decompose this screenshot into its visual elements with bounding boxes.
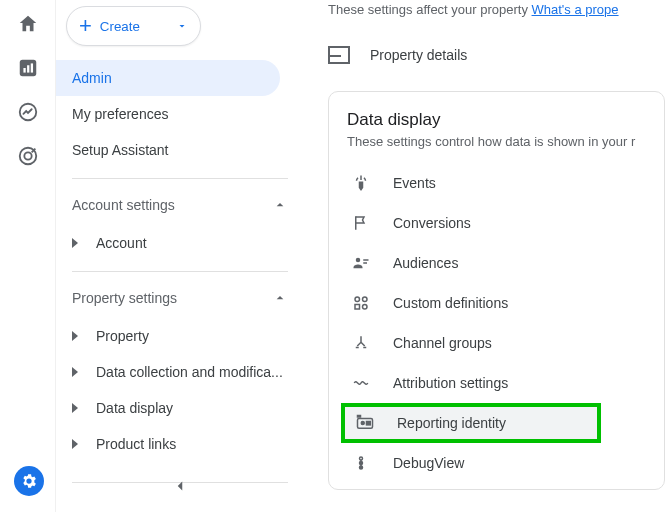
row-audiences-label: Audiences	[393, 255, 458, 271]
left-rail	[0, 0, 56, 512]
collapse-sidebar-button[interactable]	[171, 477, 189, 500]
tree-datacoll-label: Data collection and modifica...	[96, 364, 283, 380]
tree-item-account[interactable]: Account	[56, 225, 304, 261]
chevron-up-icon	[272, 197, 288, 213]
property-details-row[interactable]: Property details	[328, 31, 665, 79]
row-conversions-label: Conversions	[393, 215, 471, 231]
svg-rect-3	[30, 63, 32, 72]
svg-rect-8	[363, 259, 368, 261]
tree-item-property[interactable]: Property	[56, 318, 304, 354]
caret-right-icon	[72, 439, 78, 449]
create-label: Create	[100, 19, 140, 34]
data-display-title: Data display	[347, 110, 664, 130]
admin-gear-icon[interactable]	[14, 466, 44, 496]
svg-point-11	[363, 297, 368, 302]
plus-icon: +	[79, 15, 92, 37]
row-events[interactable]: Events	[347, 163, 664, 203]
row-attribution-settings[interactable]: Attribution settings	[347, 363, 664, 403]
tree-prodlinks-label: Product links	[96, 436, 176, 452]
tree-item-product-links[interactable]: Product links	[56, 426, 304, 462]
svg-rect-9	[363, 262, 367, 264]
target-icon[interactable]	[16, 144, 40, 168]
row-attribution-label: Attribution settings	[393, 375, 508, 391]
debug-icon	[351, 453, 371, 473]
svg-point-20	[360, 462, 363, 465]
svg-point-7	[356, 258, 361, 263]
touch-icon	[351, 173, 371, 193]
nav-my-preferences[interactable]: My preferences	[56, 96, 280, 132]
svg-rect-2	[27, 65, 29, 72]
row-conversions[interactable]: Conversions	[347, 203, 664, 243]
main-panel: These settings affect your property What…	[304, 0, 665, 512]
tree-item-data-display[interactable]: Data display	[56, 390, 304, 426]
svg-rect-1	[23, 68, 25, 73]
nav-setup-label: Setup Assistant	[72, 142, 169, 158]
row-channel-groups[interactable]: Channel groups	[347, 323, 664, 363]
caret-right-icon	[72, 238, 78, 248]
section-account-settings[interactable]: Account settings	[56, 185, 304, 225]
row-customdef-label: Custom definitions	[393, 295, 508, 311]
nav-admin[interactable]: Admin	[56, 60, 280, 96]
nav-admin-label: Admin	[72, 70, 112, 86]
whats-a-property-link[interactable]: What's a prope	[532, 2, 619, 17]
data-display-subtitle: These settings control how data is shown…	[347, 134, 664, 149]
divider	[72, 178, 288, 179]
custom-def-icon	[351, 293, 371, 313]
people-icon	[351, 253, 371, 273]
section-account-label: Account settings	[72, 197, 175, 213]
section-property-label: Property settings	[72, 290, 177, 306]
tree-account-label: Account	[96, 235, 147, 251]
caret-right-icon	[72, 403, 78, 413]
top-hint: These settings affect your property What…	[328, 2, 665, 17]
tree-datadisp-label: Data display	[96, 400, 173, 416]
row-reporting-identity[interactable]: Reporting identity	[341, 403, 601, 443]
data-display-card: Data display These settings control how …	[328, 91, 665, 490]
home-icon[interactable]	[16, 12, 40, 36]
chevron-down-icon	[176, 20, 188, 32]
row-events-label: Events	[393, 175, 436, 191]
svg-point-13	[363, 305, 368, 310]
row-audiences[interactable]: Audiences	[347, 243, 664, 283]
row-debug-label: DebugView	[393, 455, 464, 471]
svg-point-19	[360, 457, 363, 460]
svg-point-21	[360, 466, 363, 469]
svg-rect-18	[358, 416, 361, 418]
identity-icon	[355, 413, 375, 433]
nav-prefs-label: My preferences	[72, 106, 168, 122]
row-identity-label: Reporting identity	[397, 415, 506, 431]
chevron-up-icon	[272, 290, 288, 306]
row-custom-definitions[interactable]: Custom definitions	[347, 283, 664, 323]
attribution-icon	[351, 373, 371, 393]
row-channel-label: Channel groups	[393, 335, 492, 351]
svg-point-10	[355, 297, 360, 302]
section-property-settings[interactable]: Property settings	[56, 278, 304, 318]
channel-icon	[351, 333, 371, 353]
caret-right-icon	[72, 367, 78, 377]
svg-point-6	[24, 152, 31, 159]
svg-point-15	[361, 422, 364, 425]
property-details-icon	[328, 46, 350, 64]
svg-rect-16	[367, 422, 371, 423]
tree-property-label: Property	[96, 328, 149, 344]
divider	[72, 271, 288, 272]
property-details-label: Property details	[370, 47, 467, 63]
row-debugview[interactable]: DebugView	[347, 443, 664, 483]
bar-chart-icon[interactable]	[16, 56, 40, 80]
svg-rect-12	[355, 305, 360, 310]
top-hint-text: These settings affect your property	[328, 2, 532, 17]
sidebar: + Create Admin My preferences Setup Assi…	[56, 0, 304, 512]
create-button[interactable]: + Create	[66, 6, 201, 46]
flag-icon	[351, 213, 371, 233]
caret-right-icon	[72, 331, 78, 341]
explore-icon[interactable]	[16, 100, 40, 124]
svg-rect-17	[367, 424, 371, 425]
tree-item-data-collection[interactable]: Data collection and modifica...	[56, 354, 304, 390]
nav-setup-assistant[interactable]: Setup Assistant	[56, 132, 280, 168]
